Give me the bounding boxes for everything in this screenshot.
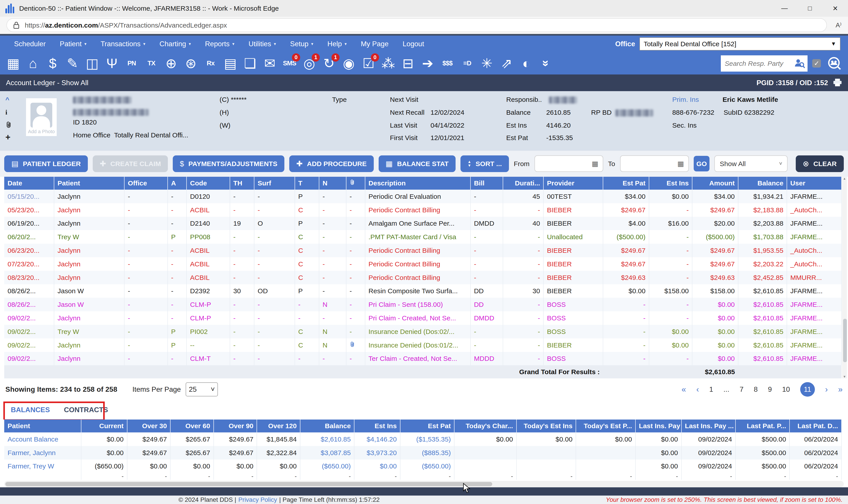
cell-date[interactable]: 09/02/2... <box>4 325 54 338</box>
schedule-calendar-icon[interactable]: ▦ <box>5 55 22 72</box>
more-tools-icon[interactable]: » <box>538 55 555 72</box>
web-portal-icon[interactable]: ◉ <box>340 55 357 72</box>
column-header-last-pat-d-[interactable]: Last Pat. D... <box>790 419 842 432</box>
column-header-over-90[interactable]: Over 90 <box>214 419 257 432</box>
pager-page-active[interactable]: 11 <box>800 382 815 397</box>
mail-merge-icon[interactable]: ✉ <box>261 55 278 72</box>
scrollbar-thumb[interactable] <box>843 319 847 362</box>
column-header-est-ins[interactable]: Est Ins <box>354 419 400 432</box>
column-header-date[interactable]: Date <box>4 177 54 190</box>
nav-item-scheduler[interactable]: Scheduler <box>14 40 46 48</box>
column-header-bill[interactable]: Bill <box>470 177 503 190</box>
column-header-a[interactable]: A <box>168 177 186 190</box>
add-icon[interactable]: + <box>5 132 11 142</box>
tab-contracts[interactable]: CONTRACTS <box>64 406 108 414</box>
cell-patient[interactable]: Farmer, Jaclynn <box>4 446 81 460</box>
column-header-dur[interactable]: Durati... <box>503 177 543 190</box>
cell-date[interactable]: 06/23/20... <box>4 244 54 257</box>
cell-date[interactable]: 07/23/20... <box>4 257 54 271</box>
perio-chart-icon[interactable]: Ψ <box>104 55 120 72</box>
column-header-est_ins[interactable]: Est Ins <box>649 177 692 190</box>
patient-link[interactable]: Farmer, Jaclynn <box>7 449 56 456</box>
search-filter-checkbox[interactable]: ✓ <box>812 59 821 68</box>
office-select[interactable]: Totally Real Dental Office [152] ▼ <box>639 37 841 51</box>
pager-page-9[interactable]: 9 <box>768 385 772 394</box>
column-header-office[interactable]: Office <box>124 177 168 190</box>
patient-photo-placeholder[interactable]: Add a Photo <box>26 98 57 136</box>
cell-date[interactable]: 09/02/2... <box>4 311 54 325</box>
column-header-est-pat[interactable]: Est Pat <box>400 419 454 432</box>
go-button[interactable]: GO <box>694 156 710 172</box>
payments-icon[interactable]: $ <box>44 55 61 72</box>
column-header-last-ins-pay[interactable]: Last Ins. Pay <box>635 419 682 432</box>
column-header-t[interactable]: T <box>295 177 319 190</box>
column-header-over-120[interactable]: Over 120 <box>257 419 300 432</box>
address-bar[interactable]: https://az.denticon.com/ASPX/Transaction… <box>6 18 827 32</box>
cell-date[interactable]: 08/26/2... <box>4 284 54 298</box>
column-header-current[interactable]: Current <box>81 419 127 432</box>
nav-item-help[interactable]: Help▾ <box>327 40 347 48</box>
column-header-user[interactable]: User <box>787 177 842 190</box>
cell-date[interactable]: 08/26/2... <box>4 298 54 311</box>
nav-item-setup[interactable]: Setup▾ <box>290 40 313 48</box>
column-header-patient[interactable]: Patient <box>54 177 124 190</box>
nav-item-my-page[interactable]: My Page <box>361 40 389 48</box>
tab-balances[interactable]: BALANCES <box>11 406 50 414</box>
payments-adjustments-button[interactable]: $PAYMENTS/ADJUSTMENTS <box>173 156 284 172</box>
cell-date[interactable]: 05/15/20... <box>4 190 54 203</box>
privacy-policy-link[interactable]: Privacy Policy <box>238 496 277 503</box>
scrollbar-thumb[interactable] <box>5 482 492 486</box>
column-header-est_pat[interactable]: Est Pat <box>603 177 649 190</box>
collapse-chevron-icon[interactable]: ^ <box>5 95 9 103</box>
prescriptions-icon[interactable]: Rx <box>202 55 219 72</box>
person-search-icon[interactable] <box>791 55 808 72</box>
column-header-surf[interactable]: Surf <box>254 177 294 190</box>
patient-link[interactable]: Account Balance <box>7 435 58 443</box>
cell-date[interactable]: 05/23/20... <box>4 203 54 217</box>
print-icon[interactable] <box>833 79 842 87</box>
items-per-page-select[interactable]: 25˅ <box>186 382 218 396</box>
prim-ins-link[interactable]: Prim. Ins <box>672 95 699 103</box>
nav-item-patient[interactable]: Patient▾ <box>60 40 87 48</box>
to-date-input[interactable]: ▦ <box>620 156 689 172</box>
search-input[interactable] <box>721 56 791 70</box>
progress-notes-icon[interactable]: PN <box>123 55 140 72</box>
online-patient-icon[interactable]: ◎1 <box>301 55 318 72</box>
balance-stat-button[interactable]: ▦BALANCE STAT <box>379 156 456 172</box>
attachment-icon[interactable] <box>5 121 13 131</box>
referral-network-icon[interactable]: ✳ <box>479 55 495 72</box>
column-header-today-s-est-ins[interactable]: Today's Est Ins <box>517 419 576 432</box>
attachment-icon[interactable] <box>346 338 365 352</box>
fee-schedule-icon[interactable]: $$$ <box>439 55 456 72</box>
statements-icon[interactable]: ≡D <box>459 55 475 72</box>
cell-date[interactable]: 06/19/20... <box>4 217 54 230</box>
pager-page-1[interactable]: 1 <box>709 385 713 394</box>
add-patient-icon[interactable]: ⊕ <box>163 55 179 72</box>
column-header-th[interactable]: TH <box>230 177 254 190</box>
pager-page-8[interactable]: 8 <box>754 385 758 394</box>
column-header-desc[interactable]: Description <box>365 177 470 190</box>
cell-date[interactable]: 09/02/2... <box>4 338 54 352</box>
patient-link[interactable]: Farmer, Trey W <box>7 462 54 470</box>
nav-item-charting[interactable]: Charting▾ <box>159 40 191 48</box>
nav-item-transactions[interactable]: Transactions▾ <box>101 40 145 48</box>
column-header-balance[interactable]: Balance <box>738 177 787 190</box>
column-header-n[interactable]: N <box>319 177 346 190</box>
add-family-member-icon[interactable]: ⊛ <box>183 55 199 72</box>
add-procedure-button[interactable]: ✚ADD PROCEDURE <box>289 156 374 172</box>
info-icon[interactable]: i <box>5 108 7 116</box>
tooth-chart-icon[interactable]: ◫ <box>84 55 101 72</box>
cell-date[interactable]: 08/23/20... <box>4 271 54 284</box>
pager-arrow[interactable]: » <box>838 385 843 394</box>
column-header-provider[interactable]: Provider <box>543 177 603 190</box>
insurance-shield-icon[interactable]: ➔ <box>419 55 436 72</box>
cell-date[interactable]: 06/20/2... <box>4 230 54 244</box>
horizontal-scrollbar[interactable] <box>4 481 844 487</box>
sort-button[interactable]: ▲▼SORT ... <box>461 156 509 172</box>
cell-patient[interactable]: Farmer, Trey W <box>4 460 81 473</box>
print-icon[interactable]: ⊟ <box>399 55 416 72</box>
sms-icon[interactable]: SMS0 <box>281 55 298 72</box>
pager-page-7[interactable]: 7 <box>740 385 743 394</box>
column-header-today-s-char-[interactable]: Today's Char... <box>454 419 517 432</box>
column-header-amount[interactable]: Amount <box>692 177 738 190</box>
